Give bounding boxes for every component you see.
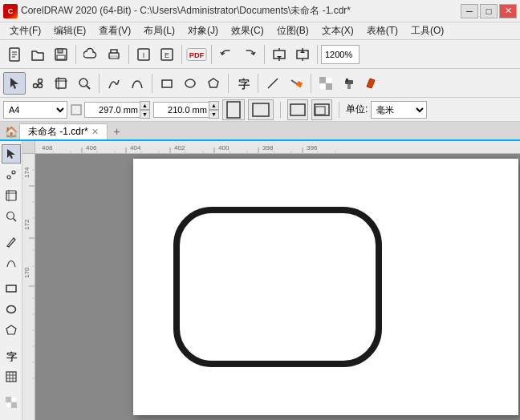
menu-object[interactable]: 对象(J) — [181, 22, 225, 39]
svg-text:406: 406 — [86, 144, 97, 151]
left-toolbox: 字 — [0, 141, 22, 420]
app-icon: C — [3, 4, 18, 18]
svg-rect-5 — [58, 49, 63, 53]
svg-point-26 — [39, 83, 43, 87]
svg-point-33 — [185, 79, 195, 87]
page-shape1-button[interactable] — [287, 99, 308, 120]
home-icon[interactable]: 🏠 — [3, 123, 19, 139]
svg-text:402: 402 — [174, 144, 185, 151]
zoom-tool[interactable] — [73, 72, 95, 95]
cloud-button[interactable] — [79, 43, 102, 66]
redo-button[interactable] — [238, 43, 261, 66]
menu-file[interactable]: 文件(F) — [3, 22, 47, 39]
unit-select[interactable]: 毫米 厘米 像素 英寸 — [371, 101, 427, 119]
canvas-page — [35, 154, 520, 420]
tool-crop2[interactable] — [2, 186, 21, 205]
svg-text:170: 170 — [23, 267, 30, 278]
tab-close-button[interactable]: ✕ — [91, 127, 99, 137]
shape-tool[interactable] — [26, 72, 49, 95]
menu-effects[interactable]: 效果(C) — [225, 22, 270, 39]
freehand-tool[interactable] — [103, 72, 125, 95]
svg-rect-71 — [6, 397, 11, 402]
page-shape2-button[interactable] — [311, 99, 332, 120]
menu-view[interactable]: 查看(V) — [92, 22, 137, 39]
tool-text[interactable]: 字 — [2, 346, 21, 365]
rectangle-tool[interactable] — [156, 72, 178, 95]
svg-marker-64 — [6, 325, 16, 334]
svg-point-25 — [39, 79, 43, 83]
svg-rect-42 — [326, 83, 332, 90]
rounded-rectangle[interactable] — [173, 207, 382, 367]
pdf-button[interactable]: PDF — [185, 43, 208, 66]
tool-rect[interactable] — [2, 279, 21, 298]
import-opt1-button[interactable] — [268, 43, 290, 66]
menu-table[interactable]: 表格(T) — [360, 22, 404, 39]
landscape-button[interactable] — [248, 99, 274, 120]
ruler-corner — [22, 141, 35, 154]
drawing-shape — [173, 207, 382, 367]
import-opt2-button[interactable] — [291, 43, 314, 66]
print-button[interactable] — [103, 43, 125, 66]
crop-tool[interactable] — [50, 72, 72, 95]
tab-document[interactable]: 未命名 -1.cdr* ✕ — [19, 123, 108, 139]
svg-rect-8 — [111, 56, 117, 59]
new-button[interactable] — [3, 43, 26, 66]
svg-text:I: I — [143, 51, 145, 59]
undo-button[interactable] — [215, 43, 238, 66]
import-button[interactable]: I — [132, 43, 155, 66]
zoom-level[interactable]: 1200% — [321, 45, 360, 64]
portrait-button[interactable] — [222, 99, 245, 120]
tool-bspline[interactable] — [2, 253, 21, 273]
svg-text:408: 408 — [42, 144, 53, 151]
tool-zoom2[interactable] — [2, 207, 21, 226]
close-button[interactable]: ✕ — [499, 4, 517, 18]
dimension-tool[interactable] — [285, 72, 307, 95]
menu-text[interactable]: 文本(X) — [315, 22, 360, 39]
line-tool[interactable] — [262, 72, 284, 95]
fill-tool[interactable] — [315, 72, 337, 95]
title-text: CorelDRAW 2020 (64-Bit) - C:\Users\Admin… — [21, 4, 461, 18]
unit-label: 单位: — [346, 103, 368, 116]
ellipse-tool[interactable] — [179, 72, 201, 95]
tab-bar: 🏠 未命名 -1.cdr* ✕ + — [0, 122, 520, 141]
bezier-tool[interactable] — [126, 72, 148, 95]
tool-poly[interactable] — [2, 321, 21, 340]
export-button[interactable]: E — [156, 43, 178, 66]
save-button[interactable] — [50, 43, 72, 66]
minimize-button[interactable]: ─ — [461, 4, 478, 18]
svg-rect-39 — [319, 77, 326, 83]
height-up[interactable]: ▲ — [209, 101, 219, 110]
menu-bitmap[interactable]: 位图(B) — [270, 22, 315, 39]
svg-marker-46 — [367, 79, 375, 88]
width-down[interactable]: ▼ — [140, 110, 150, 119]
maximize-button[interactable]: □ — [480, 4, 498, 18]
page-size-select[interactable]: A4 A3 Letter — [3, 101, 67, 119]
add-tab-button[interactable]: + — [109, 123, 125, 139]
svg-rect-27 — [56, 79, 66, 88]
tool-select[interactable] — [2, 144, 21, 164]
smart-fill-tool[interactable] — [338, 72, 360, 95]
tool-table[interactable] — [2, 367, 21, 386]
page-width-input[interactable] — [84, 102, 140, 118]
tool-fill[interactable] — [2, 393, 21, 412]
tool-pen[interactable] — [2, 232, 21, 252]
menu-layout[interactable]: 布局(L) — [137, 22, 181, 39]
menu-tools[interactable]: 工具(O) — [404, 22, 450, 39]
svg-line-60 — [13, 219, 16, 222]
polygon-tool[interactable] — [202, 72, 225, 95]
height-down[interactable]: ▼ — [209, 110, 219, 119]
selection-tool[interactable] — [3, 72, 26, 95]
svg-text:396: 396 — [307, 144, 318, 151]
interactive-tool[interactable] — [361, 72, 384, 95]
text-tool[interactable]: 字 — [232, 72, 254, 95]
svg-marker-34 — [209, 79, 218, 87]
page-height-input[interactable] — [153, 102, 209, 118]
tool-ellipse[interactable] — [2, 300, 21, 319]
title-bar: C CorelDRAW 2020 (64-Bit) - C:\Users\Adm… — [0, 0, 520, 22]
menu-edit[interactable]: 编辑(E) — [47, 22, 92, 39]
tool-node[interactable] — [2, 165, 21, 184]
width-up[interactable]: ▲ — [140, 101, 150, 110]
svg-text:172: 172 — [23, 219, 30, 230]
canvas-inner[interactable] — [35, 154, 520, 420]
open-button[interactable] — [26, 43, 49, 66]
